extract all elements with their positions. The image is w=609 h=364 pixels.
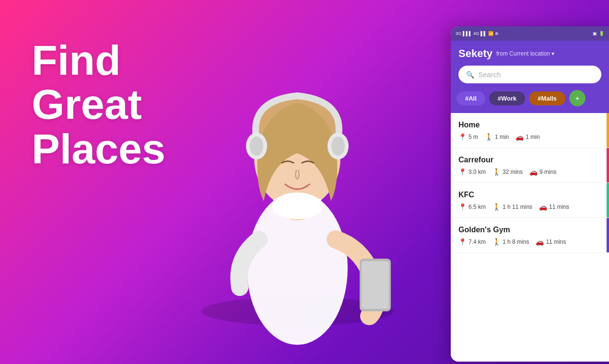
battery-icon: 🔋	[599, 31, 604, 36]
search-icon: 🔍	[466, 71, 474, 79]
chevron-down-icon: ▾	[551, 50, 554, 57]
car-value-kfc: 11 mins	[549, 204, 569, 210]
search-bar[interactable]: 🔍 Search	[458, 66, 601, 83]
svg-rect-12	[273, 199, 321, 213]
person-image	[134, 0, 460, 364]
place-details-carrefour: 📍 3.0 km 🚶 32 mins 🚗 9 mins	[458, 168, 601, 176]
app-location[interactable]: from Current location ▾	[496, 50, 554, 57]
wifi-icon: 📶	[488, 31, 493, 36]
distance-kfc: 📍 6.5 km	[458, 203, 486, 211]
place-item-home[interactable]: Home 📍 5 m 🚶 1 min 🚗 1 min	[451, 113, 609, 148]
color-bar-kfc	[607, 183, 609, 217]
walk-icon-kfc: 🚶	[492, 203, 501, 211]
car-carrefour: 🚗 9 mins	[529, 168, 556, 176]
signal-bars2-icon: ▌▌	[480, 31, 487, 36]
walk-carrefour: 🚶 32 mins	[492, 168, 523, 176]
distance-value-gym: 7.4 km	[468, 239, 486, 245]
walk-icon-carrefour: 🚶	[492, 168, 501, 176]
app-header: Sekety from Current location ▾	[451, 41, 609, 66]
walk-kfc: 🚶 1 h 11 mins	[492, 203, 532, 211]
hero-line2: Great	[32, 82, 165, 126]
tags-section: #All #Work #Malls +	[451, 90, 609, 113]
place-item-kfc[interactable]: KFC 📍 6.5 km 🚶 1 h 11 mins 🚗 11 mins	[451, 183, 609, 218]
status-bar: 3G ▌▌▌ 4G ▌▌ 📶 ⊕ ▣ 🔋	[451, 26, 609, 41]
location-label: from Current location	[496, 50, 550, 57]
place-name-home: Home	[458, 121, 601, 129]
walk-home: 🚶 1 min	[485, 133, 509, 141]
distance-carrefour: 📍 3.0 km	[458, 168, 486, 176]
pin-icon-gym: 📍	[458, 238, 467, 246]
color-bar-home	[607, 113, 609, 148]
cast-icon: ⊕	[495, 31, 499, 36]
car-value-gym: 11 mins	[546, 239, 566, 245]
walk-value-kfc: 1 h 11 mins	[503, 204, 532, 210]
distance-value-kfc: 6.5 km	[468, 204, 486, 210]
walk-icon-gym: 🚶	[492, 238, 501, 246]
search-placeholder: Search	[478, 70, 501, 79]
car-icon-home: 🚗	[515, 133, 524, 141]
tag-more[interactable]: +	[569, 90, 586, 106]
car-kfc: 🚗 11 mins	[539, 203, 569, 211]
svg-point-7	[250, 136, 263, 156]
car-icon-carrefour: 🚗	[529, 168, 538, 176]
app-title: Sekety	[458, 47, 492, 60]
hero-line3: Places	[32, 127, 165, 171]
search-section: 🔍 Search	[451, 66, 609, 90]
place-item-gym[interactable]: Golden's Gym 📍 7.4 km 🚶 1 h 8 mins 🚗 11 …	[451, 218, 609, 253]
signal-3g-icon: 3G	[456, 31, 461, 36]
places-list: Home 📍 5 m 🚶 1 min 🚗 1 min Carrefour	[451, 113, 609, 362]
phone-panel: 3G ▌▌▌ 4G ▌▌ 📶 ⊕ ▣ 🔋 Sekety from Current…	[451, 26, 609, 362]
walk-value-home: 1 min	[495, 134, 509, 140]
color-bar-gym	[607, 218, 609, 252]
walk-value-gym: 1 h 8 mins	[503, 239, 529, 245]
tag-malls[interactable]: #Malls	[529, 91, 565, 105]
signal-bars-icon: ▌▌▌	[463, 31, 472, 36]
distance-value-home: 5 m	[468, 134, 478, 140]
car-value-home: 1 min	[526, 134, 539, 140]
place-name-carrefour: Carrefour	[458, 156, 601, 164]
car-home: 🚗 1 min	[515, 133, 539, 141]
status-left: 3G ▌▌▌ 4G ▌▌ 📶 ⊕	[456, 31, 499, 36]
place-details-kfc: 📍 6.5 km 🚶 1 h 11 mins 🚗 11 mins	[458, 203, 601, 211]
walk-value-carrefour: 32 mins	[503, 169, 523, 175]
hero-line1: Find	[32, 38, 165, 82]
car-gym: 🚗 11 mins	[536, 238, 566, 246]
distance-value-carrefour: 3.0 km	[468, 169, 486, 175]
pin-icon-kfc: 📍	[458, 203, 467, 211]
place-name-kfc: KFC	[458, 191, 601, 199]
car-icon-kfc: 🚗	[539, 203, 547, 211]
svg-rect-10	[362, 261, 389, 309]
color-bar-carrefour	[607, 148, 609, 182]
distance-gym: 📍 7.4 km	[458, 238, 486, 246]
distance-home: 📍 5 m	[458, 133, 478, 141]
tag-all[interactable]: #All	[457, 91, 485, 105]
walk-gym: 🚶 1 h 8 mins	[492, 238, 529, 246]
signal-4g-icon: 4G	[473, 31, 479, 36]
tag-work[interactable]: #Work	[489, 91, 526, 105]
place-item-carrefour[interactable]: Carrefour 📍 3.0 km 🚶 32 mins 🚗 9 mins	[451, 148, 609, 183]
svg-point-8	[331, 136, 345, 156]
place-details-home: 📍 5 m 🚶 1 min 🚗 1 min	[458, 133, 601, 141]
place-details-gym: 📍 7.4 km 🚶 1 h 8 mins 🚗 11 mins	[458, 238, 601, 246]
status-right: ▣ 🔋	[593, 31, 604, 36]
pin-icon-carrefour: 📍	[458, 168, 467, 176]
car-value-carrefour: 9 mins	[539, 169, 556, 175]
walk-icon-home: 🚶	[485, 133, 493, 141]
cast2-icon: ▣	[593, 31, 597, 36]
hero-text: Find Great Places	[32, 38, 165, 171]
place-name-gym: Golden's Gym	[458, 226, 601, 234]
pin-icon: 📍	[458, 133, 467, 141]
car-icon-gym: 🚗	[536, 238, 544, 246]
